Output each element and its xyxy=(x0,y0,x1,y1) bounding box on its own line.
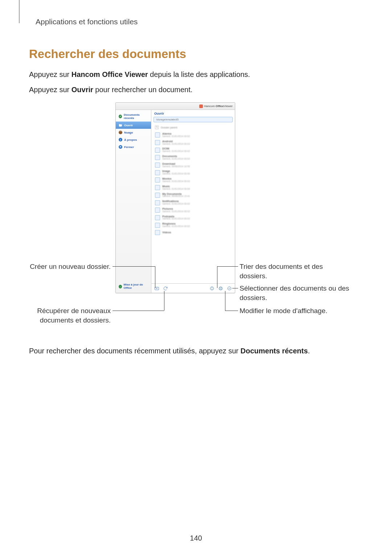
folder-row[interactable]: DCIMSamedi, 01/01/2014 00:02 xyxy=(153,146,233,154)
sidebar-label-open: Ouvrir xyxy=(124,124,133,127)
close-icon: ✕ xyxy=(119,145,122,149)
folder-row[interactable]: Videos xyxy=(153,229,233,236)
main-panel: Ouvrir /storage/emulated/0 ↰ Dossier par… xyxy=(151,110,235,293)
sidebar-label-update: Mise à jour de Office xyxy=(124,283,148,290)
header-rule xyxy=(19,0,20,23)
folder-row[interactable]: PicturesSamedi, 01/01/2014 00:02 xyxy=(153,206,233,214)
parent-folder-row[interactable]: ↰ Dossier parent xyxy=(153,124,233,131)
folder-date: Samedi, 01/01/2014 00:02 xyxy=(162,218,190,220)
p1-bold: Hancom Office Viewer xyxy=(72,70,148,78)
folder-date: Samedi, 01/01/2014 00:02 xyxy=(162,158,190,160)
folder-icon xyxy=(155,215,160,220)
callout-line xyxy=(232,288,238,288)
clock-icon: ✓ xyxy=(119,115,122,118)
folder-list: ↰ Dossier parent AlarmsSamedi, 01/01/201… xyxy=(151,124,235,283)
p2-bold: Ouvrir xyxy=(72,86,93,94)
parent-folder-label: Dossier parent xyxy=(161,126,177,129)
folder-date: Samedi, 01/01/2014 00:02 xyxy=(162,225,190,228)
sidebar-label-recents: Documents récents xyxy=(124,113,148,120)
paragraph-1: Appuyez sur Hancom Office Viewer depuis … xyxy=(29,69,363,80)
folder-icon xyxy=(155,230,160,235)
folder-row[interactable]: RingtonesSamedi, 01/01/2014 00:02 xyxy=(153,221,233,229)
app-title-pre: Hancom xyxy=(204,104,216,108)
folder-row[interactable]: MoviesSamedi, 01/01/2014 00:02 xyxy=(153,176,233,184)
view-mode-button[interactable] xyxy=(218,286,223,291)
svg-point-4 xyxy=(221,287,221,288)
svg-point-3 xyxy=(220,287,220,288)
folder-date: Samedi, 01/01/2014 00:02 xyxy=(162,150,190,153)
app-logo-icon xyxy=(199,104,203,108)
folder-icon xyxy=(155,177,160,182)
callout-line xyxy=(155,266,155,288)
sort-button[interactable] xyxy=(209,286,215,291)
sidebar: ✓ Documents récents Ouvrir ⌒ Nuage xyxy=(116,110,151,293)
folder-icon xyxy=(155,148,160,153)
folder-row[interactable]: My DocumentsSamedi, 08/08/2014 15:41 xyxy=(153,192,233,199)
folder-date: Samedi, 01/01/2014 00:00 xyxy=(162,188,190,190)
callout-select: Sélectionner des documents ou des dossie… xyxy=(240,284,352,302)
device-titlebar: Hancom OfficeViewer xyxy=(116,103,235,110)
select-button[interactable] xyxy=(227,286,232,291)
callout-line xyxy=(164,291,164,311)
folder-icon xyxy=(155,163,160,168)
folder-icon xyxy=(155,140,160,145)
folder-row[interactable]: DownloadSamedi, 08/08/2014 10:56 xyxy=(153,161,233,169)
folder-row[interactable]: MusicSamedi, 01/01/2014 00:00 xyxy=(153,184,233,192)
p1-pre: Appuyez sur xyxy=(29,70,72,78)
sidebar-item-open[interactable]: Ouvrir xyxy=(116,122,151,129)
p1-post: depuis la liste des applications. xyxy=(148,70,250,78)
cloud-icon: ⌒ xyxy=(119,131,122,134)
up-icon: ↰ xyxy=(155,126,159,129)
path-bar[interactable]: /storage/emulated/0 xyxy=(154,117,233,122)
folder-row[interactable]: DocumentsSamedi, 01/01/2014 00:02 xyxy=(153,154,233,161)
folder-row[interactable]: NotificationsSamedi, 01/01/2014 00:02 xyxy=(153,199,233,206)
callout-line xyxy=(225,291,225,311)
callout-sort: Trier des documents et des dossiers. xyxy=(240,262,348,280)
app-title: Hancom OfficeViewer xyxy=(204,104,233,108)
folder-row[interactable]: PodcastsSamedi, 01/01/2014 00:02 xyxy=(153,214,233,222)
svg-point-2 xyxy=(219,287,222,290)
folder-row[interactable]: ImageSamedi, 01/01/2014 00:00 xyxy=(153,169,233,176)
svg-point-5 xyxy=(220,289,220,289)
callout-line xyxy=(217,266,217,288)
folder-date: Samedi, 01/01/2014 00:02 xyxy=(162,210,190,213)
figure: Hancom OfficeViewer ✓ Documents récents xyxy=(29,102,363,335)
sidebar-item-about[interactable]: i À propos xyxy=(116,136,151,143)
callout-line xyxy=(113,266,155,267)
main-title: Ouvrir xyxy=(151,110,235,116)
folder-row[interactable]: AlarmsSamedi, 01/01/2014 00:02 xyxy=(153,131,233,139)
app-title-bold: Office xyxy=(216,104,224,108)
folder-icon xyxy=(155,132,160,138)
sidebar-item-recents[interactable]: ✓ Documents récents xyxy=(116,111,151,122)
info-icon: i xyxy=(119,138,122,141)
sidebar-item-update[interactable]: ↓ Mise à jour de Office xyxy=(116,280,151,293)
folder-icon xyxy=(155,200,160,205)
sidebar-item-close[interactable]: ✕ Fermer xyxy=(116,143,151,151)
folder-date: Samedi, 01/01/2014 00:00 xyxy=(162,173,190,175)
folder-icon xyxy=(155,223,160,228)
sidebar-item-cloud[interactable]: ⌒ Nuage xyxy=(116,129,151,136)
folder-name: Videos xyxy=(162,231,171,234)
device-screenshot: Hancom OfficeViewer ✓ Documents récents xyxy=(115,102,235,293)
folder-row[interactable]: AndroidSamedi, 01/01/2014 00:02 xyxy=(153,139,233,147)
callout-line xyxy=(113,311,164,311)
page-title: Rechercher des documents xyxy=(29,47,363,61)
sidebar-label-cloud: Nuage xyxy=(124,131,133,134)
callout-refresh: Récupérer de nouveaux documents et dossi… xyxy=(9,306,111,325)
folder-date: Samedi, 01/01/2014 00:02 xyxy=(162,135,190,138)
folder-date: Samedi, 01/01/2014 00:02 xyxy=(162,180,190,183)
refresh-button[interactable] xyxy=(163,286,168,291)
page-number: 140 xyxy=(0,534,392,542)
folder-date: Samedi, 08/08/2014 10:56 xyxy=(162,165,190,168)
sidebar-label-close: Fermer xyxy=(124,145,134,149)
svg-point-6 xyxy=(221,289,221,289)
callout-line xyxy=(225,311,238,311)
folder-icon xyxy=(155,155,160,160)
download-icon: ↓ xyxy=(119,285,122,288)
callout-line xyxy=(217,266,238,267)
folder-open-icon xyxy=(119,123,122,127)
callout-create-folder: Créer un nouveau dossier. xyxy=(9,262,111,271)
paragraph-2: Appuyez sur Ouvrir pour rechercher un do… xyxy=(29,84,363,95)
sidebar-label-about: À propos xyxy=(124,138,137,141)
svg-point-7 xyxy=(228,287,231,290)
